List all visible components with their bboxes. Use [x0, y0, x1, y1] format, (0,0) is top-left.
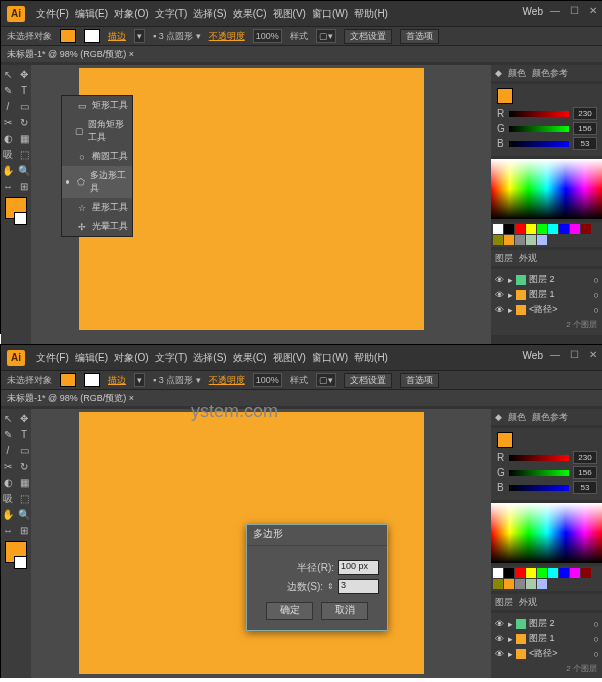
- tool-4[interactable]: /: [2, 444, 15, 457]
- b-slider[interactable]: [509, 485, 569, 491]
- tool-5[interactable]: ▭: [18, 100, 31, 113]
- visibility-icon[interactable]: 👁: [495, 619, 505, 629]
- menu-select[interactable]: 选择(S): [192, 5, 227, 23]
- swatch[interactable]: [570, 568, 580, 578]
- b-slider[interactable]: [509, 141, 569, 147]
- swatch[interactable]: [537, 568, 547, 578]
- menu-file[interactable]: 文件(F): [35, 5, 70, 23]
- visibility-icon[interactable]: 👁: [495, 634, 505, 644]
- tool-14[interactable]: ↔: [2, 180, 15, 193]
- target-icon[interactable]: ○: [594, 275, 599, 285]
- expand-icon[interactable]: ▸: [508, 275, 513, 285]
- color-spectrum[interactable]: [491, 503, 602, 563]
- prefs-button[interactable]: 首选项: [400, 29, 439, 44]
- expand-icon[interactable]: ▸: [508, 619, 513, 629]
- tool-8[interactable]: ◐: [2, 476, 15, 489]
- layer-row[interactable]: 👁▸图层 1○: [495, 631, 599, 646]
- fg-swatch[interactable]: [497, 88, 513, 104]
- workspace-label[interactable]: Web: [523, 6, 543, 17]
- tool-15[interactable]: ⊞: [18, 524, 31, 537]
- radius-input[interactable]: 100 px: [338, 560, 379, 575]
- tool-5[interactable]: ▭: [18, 444, 31, 457]
- stroke-swatch[interactable]: [84, 29, 100, 43]
- swatch[interactable]: [504, 568, 514, 578]
- flyout-item-4[interactable]: ☆星形工具: [62, 198, 132, 217]
- tool-11[interactable]: ⬚: [18, 492, 31, 505]
- g-slider[interactable]: [509, 126, 569, 132]
- cancel-button[interactable]: 取消: [321, 602, 368, 620]
- swatch[interactable]: [515, 224, 525, 234]
- opacity-link[interactable]: 不透明度: [209, 374, 245, 387]
- swatch[interactable]: [548, 568, 558, 578]
- visibility-icon[interactable]: 👁: [495, 649, 505, 659]
- brush-preset[interactable]: ▪ 3 点圆形 ▾: [153, 30, 201, 43]
- tool-10[interactable]: 吸: [2, 492, 15, 505]
- expand-icon[interactable]: ▸: [508, 634, 513, 644]
- tool-1[interactable]: ✥: [18, 412, 31, 425]
- layer-row[interactable]: 👁▸图层 2○: [495, 616, 599, 631]
- swatch[interactable]: [548, 224, 558, 234]
- menu-help[interactable]: 帮助(H): [353, 5, 389, 23]
- flyout-item-2[interactable]: ○椭圆工具: [62, 147, 132, 166]
- visibility-icon[interactable]: 👁: [495, 275, 505, 285]
- swatch[interactable]: [526, 568, 536, 578]
- tool-0[interactable]: ↖: [2, 68, 15, 81]
- tool-3[interactable]: T: [18, 428, 31, 441]
- brush-preset[interactable]: ▪ 3 点圆形 ▾: [153, 374, 201, 387]
- r-slider[interactable]: [509, 111, 569, 117]
- expand-icon[interactable]: ▸: [508, 305, 513, 315]
- swatch[interactable]: [581, 568, 591, 578]
- swatch[interactable]: [581, 224, 591, 234]
- tool-13[interactable]: 🔍: [18, 164, 31, 177]
- menu-edit[interactable]: 编辑(E): [74, 5, 109, 23]
- sides-input[interactable]: 3: [338, 579, 379, 594]
- tool-9[interactable]: ▦: [18, 476, 31, 489]
- tool-13[interactable]: 🔍: [18, 508, 31, 521]
- r-value[interactable]: 230: [573, 107, 597, 120]
- opacity-link[interactable]: 不透明度: [209, 30, 245, 43]
- menu-help[interactable]: 帮助(H): [353, 349, 389, 367]
- stroke-val[interactable]: ▾: [134, 29, 145, 43]
- g-value[interactable]: 156: [573, 122, 597, 135]
- swatch[interactable]: [537, 235, 547, 245]
- r-slider[interactable]: [509, 455, 569, 461]
- swatch[interactable]: [526, 579, 536, 589]
- toolbox-stroke[interactable]: [14, 556, 27, 569]
- layer-row[interactable]: 👁▸<路径>○: [495, 302, 599, 317]
- menu-effect[interactable]: 效果(C): [232, 5, 268, 23]
- close-icon[interactable]: ✕: [589, 349, 597, 360]
- tool-10[interactable]: 吸: [2, 148, 15, 161]
- menu-object[interactable]: 对象(O): [113, 5, 149, 23]
- tool-6[interactable]: ✂: [2, 460, 15, 473]
- stroke-link[interactable]: 描边: [108, 30, 126, 43]
- tool-7[interactable]: ↻: [18, 460, 31, 473]
- workspace-label[interactable]: Web: [523, 350, 543, 361]
- swatch[interactable]: [526, 224, 536, 234]
- style-val[interactable]: ▢▾: [316, 373, 336, 387]
- swatch[interactable]: [504, 579, 514, 589]
- b-value[interactable]: 53: [573, 481, 597, 494]
- minimize-icon[interactable]: —: [550, 349, 560, 360]
- maximize-icon[interactable]: ☐: [570, 5, 579, 16]
- tool-7[interactable]: ↻: [18, 116, 31, 129]
- tool-8[interactable]: ◐: [2, 132, 15, 145]
- target-icon[interactable]: ○: [594, 649, 599, 659]
- menu-type[interactable]: 文字(T): [154, 349, 189, 367]
- tab-color[interactable]: 颜色: [508, 67, 526, 80]
- visibility-icon[interactable]: 👁: [495, 290, 505, 300]
- tool-14[interactable]: ↔: [2, 524, 15, 537]
- menu-select[interactable]: 选择(S): [192, 349, 227, 367]
- close-icon[interactable]: ✕: [589, 5, 597, 16]
- target-icon[interactable]: ○: [594, 290, 599, 300]
- swatch[interactable]: [570, 224, 580, 234]
- fg-swatch[interactable]: [497, 432, 513, 448]
- swatch[interactable]: [493, 235, 503, 245]
- swatch[interactable]: [537, 579, 547, 589]
- g-value[interactable]: 156: [573, 466, 597, 479]
- expand-icon[interactable]: ▸: [508, 649, 513, 659]
- tab-appearance[interactable]: 外观: [519, 596, 537, 609]
- swatch[interactable]: [504, 235, 514, 245]
- tool-15[interactable]: ⊞: [18, 180, 31, 193]
- tab-layers[interactable]: 图层: [495, 596, 513, 609]
- tool-11[interactable]: ⬚: [18, 148, 31, 161]
